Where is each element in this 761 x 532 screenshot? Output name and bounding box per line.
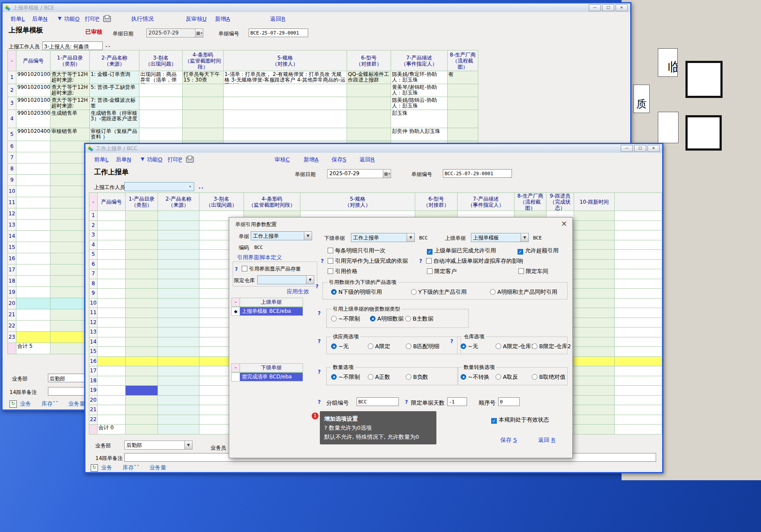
- row-number-cell[interactable]: 10: [89, 299, 98, 308]
- row-number-cell[interactable]: 23: [8, 332, 16, 343]
- table-cell[interactable]: [98, 260, 126, 270]
- table-cell[interactable]: [126, 376, 158, 386]
- table-cell[interactable]: 陈美娟/陈锦云-协助人：彭玉珠: [391, 97, 448, 110]
- refresh-icon[interactable]: ↻: [91, 464, 98, 472]
- checkbox[interactable]: ✓: [491, 418, 497, 424]
- row-number-cell[interactable]: 5: [8, 128, 16, 141]
- table-cell[interactable]: [98, 327, 126, 337]
- worker-more-dots[interactable]: ..: [199, 184, 204, 190]
- radio-button[interactable]: [496, 343, 501, 349]
- row-number-cell[interactable]: 22: [8, 321, 16, 332]
- table-cell[interactable]: [158, 289, 199, 299]
- toolbar-new[interactable]: 新增A: [303, 156, 319, 164]
- table-cell[interactable]: QQ-金蝶标准件工作跟进上报群: [347, 71, 391, 84]
- radio-option[interactable]: B负数: [406, 373, 428, 381]
- radio-option[interactable]: A限定: [368, 343, 390, 350]
- dropdown-icon[interactable]: ▼: [184, 441, 192, 449]
- table-cell[interactable]: [16, 231, 51, 242]
- group-no-input[interactable]: BCC: [357, 397, 399, 406]
- table-cell[interactable]: [16, 276, 51, 287]
- table-cell[interactable]: [126, 221, 158, 231]
- row-number-cell[interactable]: 19: [89, 386, 98, 396]
- table-cell[interactable]: [574, 279, 615, 289]
- table-cell[interactable]: [574, 405, 615, 415]
- table-cell[interactable]: [347, 128, 391, 141]
- bottom-link-1[interactable]: 业务: [101, 464, 112, 472]
- doc-combo[interactable]: 工作上报单 ▼: [251, 231, 312, 240]
- table-header-cell[interactable]: 10-跟新时间: [574, 193, 615, 211]
- help-icon[interactable]: ?: [321, 258, 324, 264]
- checkbox[interactable]: [328, 248, 333, 253]
- table-cell[interactable]: [126, 211, 158, 221]
- worker-input[interactable]: 3-上报人员: 何鑫强: [42, 41, 103, 50]
- row-number-cell[interactable]: 1: [89, 211, 98, 221]
- table-cell[interactable]: [158, 230, 199, 240]
- row-number-cell[interactable]: 12: [8, 208, 16, 220]
- toolbar-new[interactable]: 新增A: [215, 15, 230, 23]
- table-cell[interactable]: 合计 0: [98, 425, 126, 434]
- table-cell[interactable]: [615, 347, 662, 357]
- table-cell[interactable]: [126, 250, 158, 260]
- row-number-cell[interactable]: 21: [8, 309, 16, 321]
- table-cell[interactable]: [16, 242, 51, 253]
- bottom-link-2[interactable]: 库存ˇˇ: [123, 464, 139, 472]
- table-cell[interactable]: [158, 366, 199, 376]
- row-number-cell[interactable]: 17: [89, 366, 98, 376]
- radio-button[interactable]: [532, 374, 537, 380]
- table-cell[interactable]: [158, 396, 199, 406]
- table-cell[interactable]: [126, 396, 158, 406]
- checkbox[interactable]: [328, 258, 333, 264]
- table-cell[interactable]: [158, 211, 199, 221]
- table-cell[interactable]: [158, 240, 199, 250]
- table-cell[interactable]: [158, 386, 199, 396]
- help-icon[interactable]: ?: [318, 338, 321, 344]
- row-number-cell[interactable]: 18: [8, 276, 16, 287]
- table-cell[interactable]: [126, 230, 158, 240]
- table-cell[interactable]: [98, 405, 126, 415]
- table-cell[interactable]: [16, 298, 51, 309]
- table-cell[interactable]: [615, 405, 662, 415]
- radio-option[interactable]: A取反: [496, 373, 518, 381]
- table-cell[interactable]: [224, 84, 347, 97]
- close-button[interactable]: ×: [647, 145, 660, 152]
- radio-button[interactable]: [331, 316, 337, 321]
- window2-titlebar[interactable]: 工作上报单 / BCC — ▢ ×: [85, 144, 662, 153]
- printer-icon[interactable]: [186, 157, 194, 163]
- table-header-cell[interactable]: -: [89, 193, 98, 211]
- row-number-cell[interactable]: 16: [89, 357, 98, 367]
- table-cell[interactable]: [98, 240, 126, 250]
- table-cell[interactable]: [224, 97, 347, 110]
- table-cell[interactable]: [615, 308, 662, 318]
- table-cell[interactable]: [98, 386, 126, 396]
- table-cell[interactable]: [158, 376, 199, 386]
- table-cell[interactable]: [574, 366, 615, 376]
- table-header-cell[interactable]: 5-规格 （对接人）: [224, 50, 347, 71]
- script-define-link[interactable]: 引用界面脚本定义: [237, 254, 282, 261]
- row-number-cell[interactable]: [8, 343, 16, 354]
- save-link[interactable]: 保存 S: [500, 436, 517, 444]
- table-cell[interactable]: [448, 97, 478, 110]
- help-icon[interactable]: ?: [318, 369, 321, 375]
- table-cell[interactable]: [126, 425, 158, 434]
- radio-option[interactable]: B匹配明细: [406, 343, 439, 350]
- table-header-cell[interactable]: 5-规格 （对接人）: [300, 193, 415, 211]
- radio-button[interactable]: [331, 343, 337, 349]
- table-cell[interactable]: [98, 221, 126, 231]
- toolbar-save[interactable]: 保存S: [332, 156, 346, 164]
- table-cell[interactable]: 打单员每天下午15：30查: [183, 71, 224, 84]
- radio-option[interactable]: A明细和主产品同时引用: [490, 288, 557, 296]
- table-cell[interactable]: [574, 425, 615, 434]
- table-header-cell[interactable]: 9-跟进员 （完成状态）: [546, 193, 574, 211]
- check-over-quota[interactable]: ✓允许超额引用: [518, 247, 559, 255]
- table-cell[interactable]: [98, 211, 126, 221]
- row-number-cell[interactable]: 4: [89, 240, 98, 250]
- table-cell[interactable]: 1-清单：打单员改， 2-有规格弹簧：打单员改 无规格 3-无规格弹簧-客服跟进…: [224, 71, 347, 84]
- checkbox[interactable]: [426, 258, 432, 264]
- table-cell[interactable]: [16, 175, 51, 186]
- table-cell[interactable]: [615, 376, 662, 386]
- table-cell[interactable]: [574, 250, 615, 260]
- row-number-cell[interactable]: 1: [8, 71, 16, 84]
- table-header-cell[interactable]: 3-别名 （出现问题）: [139, 50, 183, 71]
- row-number-cell[interactable]: 4: [8, 110, 16, 128]
- table-cell[interactable]: [98, 415, 126, 425]
